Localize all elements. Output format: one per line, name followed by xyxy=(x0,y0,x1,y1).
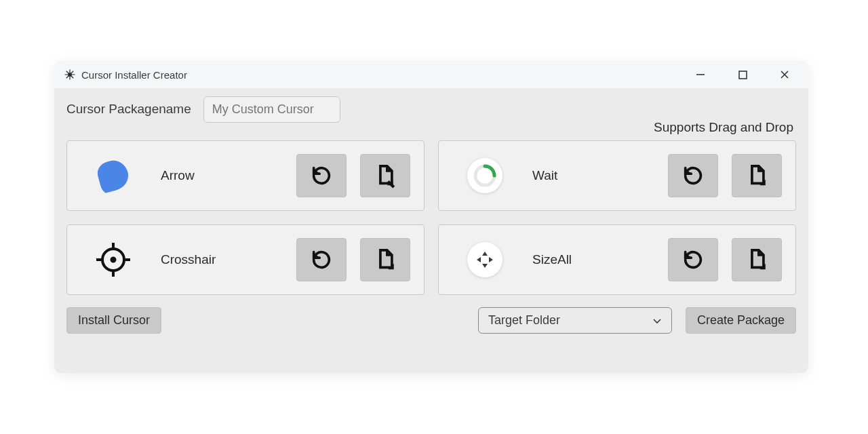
arrow-cursor-icon xyxy=(95,157,132,194)
cursor-name: SizeAll xyxy=(532,252,668,267)
window-controls xyxy=(693,67,803,82)
cursor-name: Arrow xyxy=(161,168,296,183)
svg-marker-15 xyxy=(482,252,488,256)
content-area: Cursor Packagename Supports Drag and Dro… xyxy=(54,88,808,373)
cursor-name: Crosshair xyxy=(161,252,296,267)
svg-marker-18 xyxy=(489,257,493,262)
crosshair-cursor-icon xyxy=(94,240,133,279)
target-folder-label: Target Folder xyxy=(488,313,560,328)
cursor-card-wait[interactable]: Wait xyxy=(438,140,796,211)
cursor-preview-wait xyxy=(465,155,505,196)
minimize-button[interactable] xyxy=(693,67,708,82)
close-button[interactable] xyxy=(777,67,792,82)
package-name-label: Cursor Packagename xyxy=(66,96,191,117)
cursor-card-crosshair[interactable]: Crosshair xyxy=(66,224,425,295)
reset-icon xyxy=(682,248,705,271)
file-select-icon xyxy=(745,247,768,273)
choose-file-button[interactable] xyxy=(732,154,782,197)
choose-file-button[interactable] xyxy=(360,238,410,281)
cursor-preview-arrow xyxy=(93,155,134,196)
reset-button[interactable] xyxy=(668,154,718,197)
reset-button[interactable] xyxy=(296,154,347,197)
install-cursor-button[interactable]: Install Cursor xyxy=(66,307,161,334)
reset-icon xyxy=(682,164,705,187)
svg-marker-17 xyxy=(477,257,481,262)
svg-rect-2 xyxy=(739,71,747,79)
file-select-icon xyxy=(374,247,397,273)
reset-icon xyxy=(310,164,333,187)
reset-button[interactable] xyxy=(296,238,347,281)
svg-marker-16 xyxy=(482,264,488,268)
package-name-input[interactable] xyxy=(203,96,340,123)
maximize-button[interactable] xyxy=(735,67,750,82)
cursor-preview-crosshair xyxy=(93,239,134,280)
choose-file-button[interactable] xyxy=(732,238,782,281)
cursor-card-arrow[interactable]: Arrow xyxy=(66,140,425,211)
svg-point-0 xyxy=(68,73,72,77)
choose-file-button[interactable] xyxy=(360,154,410,197)
window-title: Cursor Installer Creator xyxy=(81,69,187,81)
cursor-preview-sizeall xyxy=(465,239,505,280)
cursor-card-sizeall[interactable]: SizeAll xyxy=(438,224,796,295)
file-select-icon xyxy=(745,163,768,189)
chevron-down-icon xyxy=(652,316,662,326)
package-name-row: Cursor Packagename xyxy=(66,96,796,123)
target-folder-select[interactable]: Target Folder xyxy=(478,307,672,334)
drag-drop-hint: Supports Drag and Drop xyxy=(66,120,796,135)
cursor-name: Wait xyxy=(532,168,668,183)
footer: Install Cursor Target Folder Create Pack… xyxy=(66,307,796,334)
reset-button[interactable] xyxy=(668,238,718,281)
reset-icon xyxy=(310,248,333,271)
file-select-icon xyxy=(374,163,397,189)
create-package-button[interactable]: Create Package xyxy=(686,307,796,334)
svg-point-13 xyxy=(112,258,115,262)
titlebar: Cursor Installer Creator xyxy=(54,61,808,88)
sizeall-cursor-icon xyxy=(467,242,502,277)
wait-cursor-icon xyxy=(467,158,502,193)
app-icon xyxy=(64,68,76,81)
app-window: Cursor Installer Creator Cursor Packagen… xyxy=(54,61,808,373)
cursor-grid: Arrow Wait xyxy=(66,140,796,295)
